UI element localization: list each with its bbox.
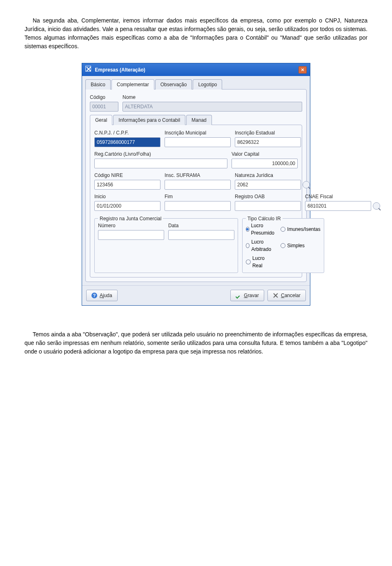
check-icon (236, 293, 241, 298)
radio-label: Lucro Real (252, 255, 276, 269)
inicio-label: Inicio (94, 193, 160, 200)
junta-groupbox: Registro na Junta Comercial Número Data (94, 218, 238, 273)
tipo-ir-groupbox: Tipo Cálculo IR Lucro Presumido Imunes/I… (242, 218, 324, 273)
junta-data-label: Data (168, 222, 234, 229)
radio-icon (246, 260, 251, 264)
empresas-dialog: Empresas (Alteração) × Básico Complement… (82, 63, 310, 306)
radio-simples[interactable]: Simples (281, 238, 320, 253)
cod-nire-label: Código NIRE (94, 172, 160, 179)
radio-icon (281, 227, 285, 232)
intro-paragraph-2: Temos ainda a aba "Observação", que pode… (24, 330, 368, 356)
radio-label: Lucro Arbitrado (251, 238, 276, 253)
codigo-label: Código (90, 94, 118, 101)
dialog-screenshot: Empresas (Alteração) × Básico Complement… (24, 63, 368, 306)
dialog-title: Empresas (Alteração) (95, 67, 145, 73)
app-icon (85, 66, 91, 72)
cnae-input[interactable] (305, 201, 371, 211)
help-icon: ? (91, 293, 97, 298)
suframa-input[interactable] (165, 180, 231, 190)
nome-label: Nome (122, 94, 302, 101)
main-panel: Código Nome Geral Informações para o Con… (85, 89, 307, 282)
radio-lucro-arbitrado[interactable]: Lucro Arbitrado (246, 238, 276, 253)
reg-oab-label: Registro OAB (235, 193, 301, 200)
junta-numero-input[interactable] (98, 230, 164, 240)
radio-imunes-isentas[interactable]: Imunes/Isentas (281, 222, 320, 237)
tab-manad[interactable]: Manad (186, 115, 212, 125)
cnpj-input[interactable] (94, 137, 160, 147)
tipo-ir-legend: Tipo Cálculo IR (246, 215, 283, 222)
intro-paragraph-1: Na segunda aba, Complementar, iremos inf… (24, 16, 368, 51)
radio-label: Imunes/Isentas (287, 226, 320, 233)
gravar-button[interactable]: GGravarravar (230, 290, 264, 301)
radio-lucro-presumido[interactable]: Lucro Presumido (246, 222, 276, 237)
reg-oab-input[interactable] (235, 201, 301, 211)
reg-cartorio-label: Reg.Cartório (Livro/Folha) (94, 150, 227, 158)
radio-lucro-real[interactable]: Lucro Real (246, 255, 276, 269)
main-tabbar: Básico Complementar Observação Logotipo (85, 79, 307, 89)
reg-cartorio-input[interactable] (94, 159, 227, 168)
radio-label: Lucro Presumido (251, 222, 276, 237)
tab-info-contabil[interactable]: Informações para o Contabil (113, 115, 185, 125)
junta-numero-label: Número (98, 222, 164, 229)
tab-basico[interactable]: Básico (85, 79, 111, 89)
fim-label: Fim (165, 193, 231, 200)
valor-capital-label: Valor Capital (232, 150, 298, 158)
cnpj-label: C.N.P.J. / C.P.F. (94, 129, 160, 136)
insc-mun-label: Inscrição Municipal (165, 129, 231, 136)
sub-panel: C.N.P.J. / C.P.F. Inscrição Municipal In… (90, 125, 302, 277)
radio-icon (246, 227, 249, 232)
junta-data-input[interactable] (168, 230, 234, 240)
natureza-input[interactable] (235, 180, 301, 190)
dialog-footer: ? AAjudajuda GGravarravar CCancelarancel… (82, 285, 310, 305)
tab-observacao[interactable]: Observação (155, 79, 192, 89)
nome-input (122, 102, 302, 112)
valor-capital-input[interactable] (232, 159, 298, 168)
natureza-label: Natureza Jurídica (235, 172, 310, 179)
radio-icon (281, 243, 285, 248)
insc-mun-input[interactable] (165, 137, 231, 147)
suframa-label: Insc. SUFRAMA (165, 172, 231, 179)
tab-logotipo[interactable]: Logotipo (193, 79, 222, 89)
sub-tabbar: Geral Informações para o Contabil Manad (90, 115, 302, 125)
radio-label: Simples (287, 242, 305, 249)
tab-complementar[interactable]: Complementar (111, 79, 154, 89)
ajuda-button[interactable]: ? AAjudajuda (86, 290, 118, 301)
cancel-icon (273, 293, 278, 298)
inicio-input[interactable] (94, 201, 160, 211)
natureza-lookup-icon[interactable] (303, 181, 310, 188)
tab-geral[interactable]: Geral (90, 115, 112, 125)
cnae-label: CNAE Fiscal (305, 193, 380, 200)
titlebar: Empresas (Alteração) × (82, 63, 310, 76)
codigo-input (90, 102, 118, 112)
fim-input[interactable] (165, 201, 231, 211)
insc-est-label: Inscrição Estadual (235, 129, 301, 136)
insc-est-input[interactable] (235, 137, 301, 147)
close-icon[interactable]: × (298, 66, 307, 74)
junta-legend: Registro na Junta Comercial (98, 215, 163, 222)
radio-icon (246, 243, 249, 248)
cod-nire-input[interactable] (94, 180, 160, 190)
cancelar-button[interactable]: CCancelarancelar (267, 290, 306, 301)
cnae-lookup-icon[interactable] (373, 202, 380, 210)
